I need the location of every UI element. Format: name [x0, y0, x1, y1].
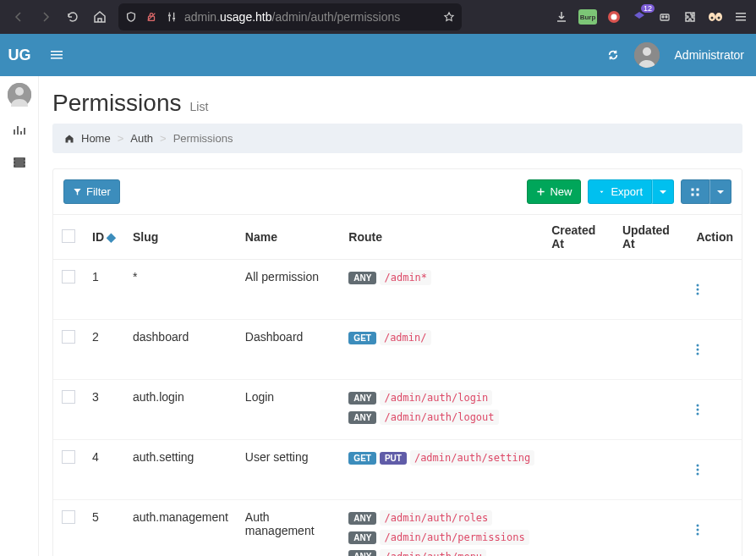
reload-icon[interactable]	[61, 5, 85, 29]
page-title-text: Permissions	[52, 90, 181, 117]
view-button-group	[681, 179, 731, 204]
export-dropdown-button[interactable]	[652, 179, 674, 204]
export-button[interactable]: Export	[588, 179, 652, 204]
svg-point-32	[697, 293, 699, 295]
row-actions-button[interactable]	[696, 450, 733, 489]
burp-extension-icon[interactable]: Burp	[578, 9, 597, 25]
new-button[interactable]: New	[527, 179, 581, 204]
svg-rect-27	[692, 193, 694, 195]
col-slug[interactable]: Slug	[124, 215, 237, 260]
cell-slug: dashboard	[124, 320, 237, 380]
cell-id: 1	[84, 260, 124, 320]
route-path: /admin/auth/permissions	[380, 530, 529, 545]
filter-button[interactable]: Filter	[63, 179, 120, 204]
app-logo[interactable]: UG	[0, 47, 39, 64]
route-line: ANY/admin/auth/permissions	[348, 530, 534, 544]
route-line: ANY/admin/auth/login	[348, 390, 534, 405]
home-icon[interactable]	[88, 5, 112, 29]
col-id[interactable]: ID◆	[84, 215, 124, 260]
route-line: GETPUT/admin/auth/setting	[348, 450, 534, 465]
route-path: /admin/auth/menu	[380, 549, 486, 556]
extension-icon[interactable]: 12	[631, 8, 648, 25]
extension-badge: 12	[641, 4, 655, 13]
cell-updated	[614, 380, 688, 440]
shield-icon[interactable]	[123, 5, 139, 29]
svg-point-11	[711, 17, 714, 19]
row-checkbox[interactable]	[62, 390, 75, 404]
col-updated[interactable]: Updated At	[614, 215, 688, 260]
bookmark-star-icon[interactable]	[441, 5, 457, 29]
method-badge: GET	[348, 452, 376, 465]
page-subtitle: List	[189, 100, 208, 113]
svg-point-31	[697, 289, 699, 291]
table-row: 5 auth.management Auth management ANY/ad…	[53, 500, 742, 557]
permissions-icon[interactable]	[164, 5, 179, 29]
row-checkbox[interactable]	[62, 270, 75, 284]
user-avatar[interactable]	[634, 42, 660, 68]
cell-created	[543, 440, 614, 500]
col-created[interactable]: Created At	[543, 215, 614, 260]
svg-point-34	[697, 349, 699, 351]
extension-robot-icon[interactable]	[656, 8, 673, 25]
route-path: /admin/auth/roles	[380, 510, 492, 526]
route-path: /admin/auth/logout	[380, 410, 498, 425]
svg-rect-23	[14, 158, 25, 160]
lock-insecure-icon[interactable]	[144, 5, 159, 29]
ublock-extension-icon[interactable]	[605, 8, 622, 25]
permissions-table: ID◆ Slug Name Route Created At Updated A…	[53, 214, 742, 556]
col-name[interactable]: Name	[237, 215, 341, 260]
grid-view-button[interactable]	[681, 179, 709, 204]
row-actions-button[interactable]	[696, 510, 733, 549]
cell-slug: auth.management	[124, 500, 237, 557]
extensions-area: Burp 12	[553, 8, 749, 25]
cell-id: 4	[84, 440, 124, 500]
table-row: 1 * All permission ANY/admin*	[53, 260, 742, 320]
svg-rect-15	[736, 19, 746, 21]
table-row: 2 dashboard Dashboard GET/admin/	[53, 320, 742, 380]
cell-id: 2	[84, 320, 124, 380]
svg-point-42	[697, 525, 699, 527]
svg-point-43	[697, 529, 699, 531]
svg-point-39	[697, 465, 699, 467]
cell-name: All permission	[237, 260, 341, 320]
view-dropdown-button[interactable]	[709, 179, 731, 204]
nav-forward-icon[interactable]	[34, 5, 58, 29]
breadcrumb-sep: >	[118, 132, 124, 145]
main-content: Permissions List Home > Auth > Permissio…	[39, 76, 756, 556]
table-header-row: ID◆ Slug Name Route Created At Updated A…	[53, 215, 742, 260]
svg-point-44	[697, 533, 699, 536]
extensions-puzzle-icon[interactable]	[682, 8, 698, 25]
sidebar-dashboard-icon[interactable]	[11, 122, 28, 139]
select-all-checkbox[interactable]	[62, 229, 75, 243]
svg-point-40	[697, 469, 699, 471]
svg-point-41	[697, 473, 699, 476]
download-icon[interactable]	[553, 8, 570, 25]
row-checkbox[interactable]	[62, 510, 75, 524]
row-checkbox[interactable]	[62, 450, 75, 464]
row-checkbox[interactable]	[62, 330, 75, 344]
cell-name: Login	[237, 380, 341, 440]
cell-created	[543, 380, 614, 440]
row-actions-button[interactable]	[696, 330, 733, 369]
route-path: /admin/auth/login	[380, 390, 492, 405]
app-menu-icon[interactable]	[732, 8, 749, 25]
sidebar-toggle-icon[interactable]	[39, 49, 74, 61]
sidebar-avatar[interactable]	[8, 83, 31, 107]
url-bar[interactable]: admin.usage.htb/admin/auth/permissions	[118, 3, 462, 30]
extension-eyes-icon[interactable]	[707, 8, 724, 25]
breadcrumb-home[interactable]: Home	[81, 132, 111, 145]
cell-slug: auth.setting	[124, 440, 237, 500]
row-actions-button[interactable]	[696, 270, 733, 309]
cell-name: User setting	[237, 440, 341, 500]
method-badge: ANY	[348, 531, 376, 544]
cell-slug: auth.login	[124, 380, 237, 440]
row-actions-button[interactable]	[696, 390, 733, 429]
method-badge: ANY	[348, 411, 376, 424]
nav-back-icon[interactable]	[7, 5, 30, 29]
col-route[interactable]: Route	[340, 215, 543, 260]
breadcrumb-auth[interactable]: Auth	[130, 132, 153, 145]
export-button-group: Export	[588, 179, 674, 204]
refresh-icon[interactable]	[607, 49, 619, 61]
sidebar-admin-icon[interactable]	[11, 154, 28, 171]
user-name[interactable]: Administrator	[675, 48, 744, 62]
